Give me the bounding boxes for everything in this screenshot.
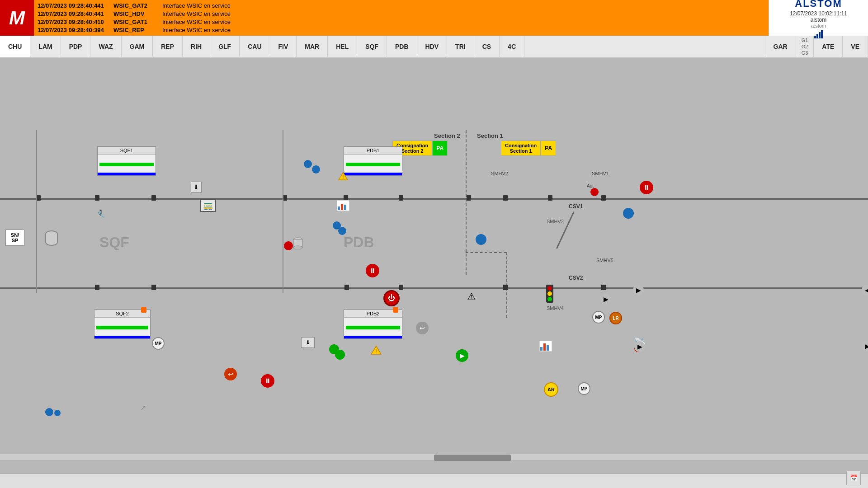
consig1-label: Consignation <box>505 143 537 148</box>
nav-pdp[interactable]: PDP <box>61 36 91 57</box>
nav-ve[interactable]: VE <box>843 36 868 57</box>
nav-rih[interactable]: RIH <box>183 36 210 57</box>
nav-4c[interactable]: 4C <box>500 36 524 57</box>
alert-timestamp-4: 12/07/2023 09:28:40:394 <box>38 27 110 33</box>
station-pdb1-blue <box>344 173 402 175</box>
g1-label[interactable]: G1 <box>800 37 810 43</box>
station-pdb1-inner <box>344 155 402 168</box>
track-dot-3 <box>151 195 156 201</box>
right-nav: GAR G1 G2 G3 ATE VE <box>765 36 868 57</box>
pdb2-flag <box>393 307 398 313</box>
yellow-warning-icon: ⚠ <box>467 291 476 303</box>
station-pdb1[interactable]: PDB1 <box>344 146 402 176</box>
area-sqf-label: SQF <box>99 234 129 251</box>
svg-text:!: ! <box>342 174 344 180</box>
gray-arrow-right[interactable]: ▶ <box>633 285 644 296</box>
track-dot-8 <box>503 195 508 201</box>
station-pdb2-green <box>346 326 400 329</box>
power-btn[interactable]: ⏻ <box>383 290 400 306</box>
green-circle-2 <box>335 350 345 360</box>
svg-text:!: ! <box>375 348 377 355</box>
device-sqf1[interactable]: ⬇ <box>191 182 202 192</box>
station-sqf2-green <box>96 326 148 329</box>
track-upper <box>0 198 868 200</box>
chart-icon-2[interactable] <box>539 341 552 353</box>
svg-rect-4 <box>341 204 343 210</box>
play-btn[interactable]: ▶ <box>456 349 468 362</box>
svg-rect-12 <box>547 345 549 351</box>
nav-hdv[interactable]: HDV <box>417 36 448 57</box>
nav-cs[interactable]: CS <box>474 36 500 57</box>
alert-timestamp-2: 12/07/2023 09:28:40:441 <box>38 10 110 17</box>
nav-gar[interactable]: GAR <box>765 36 796 57</box>
mp-label-2[interactable]: MP <box>592 311 605 324</box>
lr-label[interactable]: LR <box>609 312 622 324</box>
nav-gam[interactable]: GAM <box>122 36 153 57</box>
station-sqf2-blue <box>94 336 150 338</box>
nav-hel[interactable]: HEL <box>328 36 357 57</box>
gray-arrow-right2[interactable]: ▶ <box>600 294 611 305</box>
pause-btn-lower[interactable]: ⏸ <box>261 374 274 388</box>
sn-sp-box[interactable]: SN/ SP <box>5 230 24 246</box>
cursor-arrow: ↗ <box>140 404 146 412</box>
nav-fiv[interactable]: FIV <box>270 36 297 57</box>
pause-btn-pdb[interactable]: ⏸ <box>366 264 379 277</box>
gray-arrow-icon[interactable]: ↩ <box>416 322 429 334</box>
nav-cau[interactable]: CAU <box>240 36 270 57</box>
pause-btn-top-right[interactable]: ⏸ <box>640 181 653 194</box>
station-sqf1-green <box>99 163 154 166</box>
alert-row-4: 12/07/2023 09:28:40:394 WSIC_REP Interfa… <box>38 27 765 33</box>
alstom-sub: a:stom <box>811 23 826 28</box>
alstom-date: 12/07/2023 10:02:11:11 <box>790 10 847 17</box>
section-divider-1 <box>466 130 467 275</box>
back-arrow-icon[interactable]: ↩ <box>224 368 237 380</box>
mp-label-1[interactable]: MP <box>152 337 165 350</box>
alstom-user: alstom <box>811 17 826 23</box>
track-dot-l6 <box>601 285 606 290</box>
tl-yellow <box>547 291 552 296</box>
blue-circle-4 <box>338 227 346 235</box>
mp-label-3[interactable]: MP <box>578 382 590 395</box>
nav-rep[interactable]: REP <box>153 36 183 57</box>
calendar-icon[interactable]: 📅 <box>846 471 861 485</box>
station-sqf2-inner <box>94 318 150 331</box>
alert-row-3: 12/07/2023 09:28:40:410 WSIC_GAT1 Interf… <box>38 19 765 25</box>
scrollbar[interactable] <box>0 454 868 461</box>
scrollbar-thumb[interactable] <box>434 455 511 461</box>
nav-lam[interactable]: LAM <box>30 36 61 57</box>
station-sqf2[interactable]: SQF2 <box>94 310 151 339</box>
train-icon[interactable]: 🚃 <box>200 199 216 212</box>
ar-label[interactable]: AR <box>544 382 558 397</box>
gray-arrow-lower[interactable]: ▶ <box>634 341 645 352</box>
chart-icon-1[interactable] <box>337 200 349 213</box>
red-dot-auto <box>590 188 599 196</box>
track-dot-l3 <box>344 285 349 290</box>
nav-chu[interactable]: CHU <box>0 36 30 57</box>
track-dot-7 <box>467 195 471 201</box>
station-pdb2[interactable]: PDB2 <box>344 310 402 339</box>
g-group: G1 G2 G3 <box>796 36 814 57</box>
track-dot-l5 <box>503 285 508 290</box>
nav-waz[interactable]: WAZ <box>90 36 121 57</box>
nav-ate[interactable]: ATE <box>814 36 843 57</box>
station-sqf1[interactable]: SQF1 <box>97 146 156 176</box>
device-lower[interactable]: ⬇ <box>301 337 315 348</box>
sqf2-flag <box>141 307 146 313</box>
sn-label: SN/ <box>11 232 19 238</box>
nav-sqf[interactable]: SQF <box>357 36 387 57</box>
logo-area: M <box>0 0 34 36</box>
nav-glf[interactable]: GLF <box>210 36 240 57</box>
g3-label[interactable]: G3 <box>800 50 810 56</box>
diag-track-1 <box>556 211 575 249</box>
track-dot-10 <box>601 195 606 201</box>
blue-circle-section1 <box>476 234 486 245</box>
bottom-blue-1 <box>45 408 53 416</box>
nav-pdb[interactable]: PDB <box>387 36 417 57</box>
gray-arrow-far-right2[interactable]: ▶ <box>862 341 868 352</box>
g2-label[interactable]: G2 <box>800 43 810 50</box>
nav-mar[interactable]: MAR <box>297 36 328 57</box>
svg-rect-3 <box>338 206 340 210</box>
gray-arrow-far-right[interactable]: ◀ <box>862 285 868 296</box>
nav-tri[interactable]: TRI <box>447 36 474 57</box>
track-dot-2 <box>95 195 99 201</box>
